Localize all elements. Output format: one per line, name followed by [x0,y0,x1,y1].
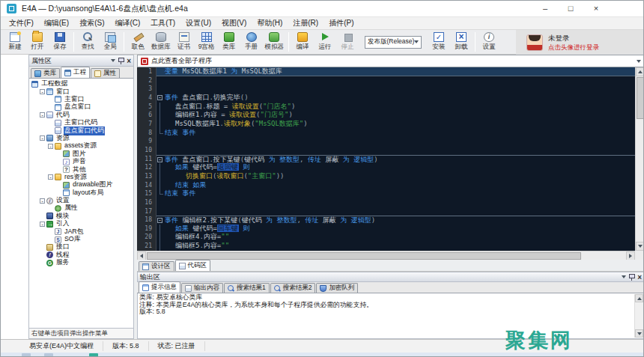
tree-item-so-lib[interactable]: SO库 [29,236,133,243]
panel-menu-chevron-icon[interactable] [111,59,115,62]
run-button[interactable]: 运行 [314,31,336,54]
code-line[interactable]: 10 [137,146,635,155]
code-line[interactable]: 18-事件 编辑框2.按下某键(键代码 为 整数型, 传址 屏蔽 为 逻辑型) [137,216,635,225]
uninstall-button[interactable]: 卸载 [450,31,473,54]
grid9-button[interactable]: 9宫格 [195,31,218,54]
code-line[interactable]: 20编辑框4.内容="" [137,233,635,242]
menu-view[interactable]: 视图(V) [216,17,252,29]
new-button[interactable]: 新建 [4,31,26,54]
class-lib-button[interactable]: 类库 [218,31,240,54]
code-line[interactable]: 2 [137,76,635,85]
chevron-down-icon[interactable] [637,60,641,63]
tree-item-interface[interactable]: 接口 [29,243,133,251]
collapse-toggle-icon[interactable]: - [40,135,45,141]
collapse-toggle-icon[interactable]: - [48,144,53,149]
menu-plugins[interactable]: 插件(P) [323,17,359,29]
collapse-box-icon[interactable]: - [157,218,162,223]
certificate-button[interactable]: 证书 [173,31,195,54]
find-button[interactable]: 查找 [76,31,99,54]
menu-search[interactable]: 搜索(S) [74,17,109,29]
compile-button[interactable]: 编译 [291,31,314,54]
avatar[interactable] [526,34,543,51]
code-line[interactable]: 7MsSQL数据库1.读取对象("MsSQL数据库") [137,120,635,129]
build-type-dropdown[interactable]: 发布版(Release) [365,36,422,49]
menu-settings[interactable]: 设置(U) [180,17,216,29]
tree-item-properties[interactable]: 属性 [29,204,133,212]
fold-toggle-icon[interactable]: - [157,216,165,225]
collapse-toggle-icon[interactable]: - [40,89,45,94]
code-line[interactable]: 5盘点窗口.标题 = 读取设置("门店名") [137,103,635,112]
code-line[interactable]: 11-事件 盘点窗口.按下某键(键代码 为 整数型, 传址 屏蔽 为 逻辑型) [137,155,635,164]
panel-close-icon[interactable]: × [127,58,131,64]
tab-search-result-2[interactable]: 搜索结果2 [270,283,316,293]
tab-design-area[interactable]: 设计区 [139,261,174,271]
tree-item-inventory-window-code[interactable]: 盘点窗口代码 [29,126,133,134]
tree-item-layout[interactable]: layout布局 [29,189,133,196]
collapse-toggle-icon[interactable]: - [40,198,45,204]
scroll-right-icon[interactable] [626,251,635,260]
code-line[interactable]: 19如果 键代码=回车键 则 [137,225,635,234]
menu-register[interactable]: 注册(R) [288,17,323,29]
color-pick-button[interactable]: 取色 [127,31,149,54]
tab-encrypt-queue[interactable]: 加密队列 [316,283,358,293]
scroll-left-icon[interactable] [137,251,146,260]
minimize-button[interactable]: – [532,1,558,17]
maximize-button[interactable]: □ [558,1,583,17]
tree-item-modules[interactable]: 模块 [29,213,133,220]
code-line[interactable]: 13切换窗口(读取窗口("主窗口")) [137,172,635,181]
menu-file[interactable]: 文件(F) [4,17,39,29]
code-line[interactable]: 21编辑框5.内容="" [137,242,635,251]
menu-compile[interactable]: 编译(C) [109,17,145,29]
code-line[interactable]: 1变量 MsSQL数据库1 为 MsSQL数据库 [137,67,635,76]
database-button[interactable]: 数据库 [149,31,173,54]
code-line[interactable]: 16 [137,198,635,207]
install-button[interactable]: 安装 [428,31,450,54]
tree-item-project-data[interactable]: 工程数据 [29,80,133,88]
manual-button[interactable]: 手册 [240,31,263,54]
settings-button[interactable]: 设置 [478,31,500,54]
collapse-toggle-icon[interactable]: - [40,222,45,227]
open-button[interactable]: 打开 [26,31,49,54]
tab-output-content[interactable]: 输出内容 [181,283,223,293]
scroll-up-icon[interactable] [636,67,644,76]
code-line[interactable]: 9 [137,137,635,146]
code-line[interactable]: 14结束 如果 [137,181,635,190]
horizontal-scroll-track[interactable] [146,251,626,260]
code-line[interactable]: 15结束 事件 [137,189,635,198]
fold-toggle-icon[interactable]: - [157,94,165,103]
scroll-up-icon[interactable] [635,294,643,302]
vertical-scroll-thumb[interactable] [637,77,644,119]
scroll-down-icon[interactable] [635,329,643,338]
close-button[interactable]: × [583,1,609,17]
collapse-toggle-icon[interactable]: - [48,174,53,180]
tree-item-inventory-window[interactable]: 盘点窗口 [29,103,133,111]
login-hint[interactable]: 点击头像进行登录 [548,44,599,51]
menu-tools[interactable]: 工具(T) [145,17,180,29]
fold-toggle-icon[interactable]: - [157,156,165,164]
code-line[interactable]: 3 [137,85,635,94]
pin-icon[interactable] [118,57,124,64]
emulator-button[interactable]: 模拟器 [263,31,287,54]
tab-project[interactable]: 工程 [61,67,90,78]
tab-class-lib[interactable]: 类库 [31,68,60,78]
menu-edit[interactable]: 编辑(E) [39,17,74,29]
code-line[interactable]: 6编辑框1.内容 = 读取设置("门店号") [137,111,635,120]
horizontal-scroll-thumb[interactable] [147,252,581,260]
tree-item-settings[interactable]: -设置 [29,197,133,204]
code-line[interactable]: 17 [137,207,635,216]
editor-horizontal-scrollbar[interactable] [137,251,635,260]
global-button[interactable]: 全局 [99,31,121,54]
output-scrollbar[interactable] [634,294,643,338]
tab-properties[interactable]: 属性 [91,68,120,78]
collapse-box-icon[interactable]: - [157,95,162,100]
editor-vertical-scrollbar[interactable] [635,67,644,251]
tab-hint-info[interactable]: 提示信息 [139,281,180,293]
tree-item-thread[interactable]: 线程 [29,251,133,259]
pin-icon[interactable] [629,273,634,281]
collapse-toggle-icon[interactable]: - [40,112,45,118]
panel-close-icon[interactable]: × [637,274,642,281]
menu-help[interactable]: 帮助(H) [252,17,288,29]
tab-search-result-1[interactable]: 搜索结果1 [224,283,270,293]
code-line[interactable]: 12如果 键代码=返回键 则 [137,163,635,172]
code-line[interactable]: 4-事件 盘点窗口.切换完毕() [137,94,635,103]
